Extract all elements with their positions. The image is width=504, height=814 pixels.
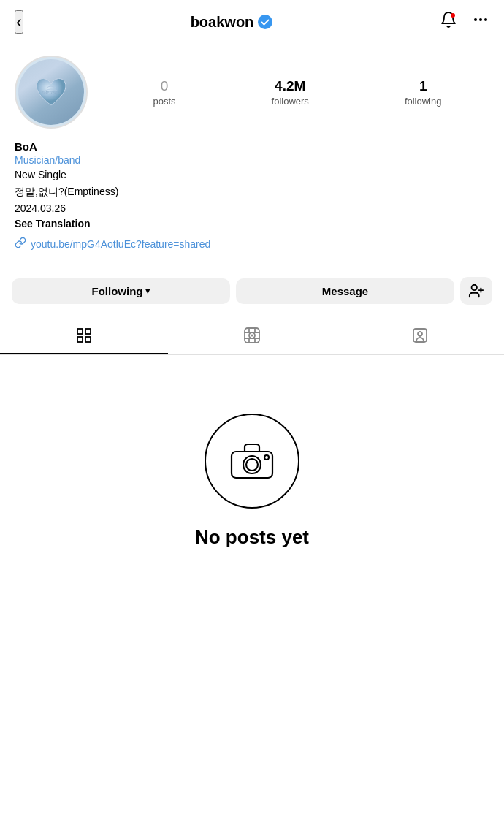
- followers-count: 4.2M: [275, 78, 305, 94]
- tab-reels[interactable]: [168, 316, 336, 354]
- empty-state: No posts yet: [0, 355, 504, 578]
- svg-point-15: [251, 335, 253, 337]
- svg-point-4: [484, 18, 487, 21]
- tab-tagged[interactable]: [336, 316, 504, 354]
- chevron-down-icon: ▾: [145, 286, 150, 296]
- profile-name: BoA: [15, 140, 489, 153]
- profile-link[interactable]: youtu.be/mpG4AotluEc?feature=shared: [15, 237, 489, 251]
- posts-count: 0: [161, 78, 169, 94]
- svg-point-3: [479, 18, 482, 21]
- svg-rect-22: [413, 329, 427, 342]
- message-label: Message: [322, 285, 368, 297]
- svg-rect-10: [85, 329, 91, 334]
- reels-icon: [243, 327, 261, 344]
- grid-icon: [75, 327, 93, 344]
- svg-rect-11: [77, 337, 83, 342]
- posts-stat[interactable]: 0 posts: [153, 78, 176, 107]
- svg-point-23: [418, 332, 422, 336]
- link-text: youtu.be/mpG4AotluEc?feature=shared: [31, 238, 210, 250]
- see-translation[interactable]: See Translation: [15, 218, 489, 229]
- header-center: boakwon: [191, 14, 273, 31]
- link-icon: [15, 237, 26, 251]
- add-person-icon: [468, 283, 484, 299]
- following-stat[interactable]: 1 following: [405, 78, 442, 107]
- avatar-art: EMPTINESS: [18, 59, 84, 125]
- more-options-button[interactable]: [472, 11, 489, 33]
- no-posts-text: No posts yet: [195, 526, 309, 549]
- message-button[interactable]: Message: [236, 278, 454, 304]
- profile-category[interactable]: Musician/band: [15, 154, 489, 166]
- following-label: following: [405, 96, 442, 107]
- following-count: 1: [419, 78, 427, 94]
- header-icons: [440, 11, 489, 33]
- bio-line-1: New Single: [15, 167, 489, 183]
- avatar[interactable]: EMPTINESS: [15, 56, 88, 129]
- posts-label: posts: [153, 96, 176, 107]
- username: boakwon: [191, 14, 254, 31]
- notification-button[interactable]: [440, 11, 457, 33]
- bio-section: BoA Musician/band New Single 정말,없니?(Empt…: [15, 140, 489, 229]
- tabs-row: [0, 316, 504, 355]
- bell-icon: [440, 11, 457, 28]
- profile-top: EMPTINESS 0 posts 4.2M followers 1 follo…: [15, 56, 489, 129]
- verified-badge-icon: [258, 15, 272, 29]
- svg-point-0: [258, 15, 272, 29]
- camera-icon: [229, 441, 275, 481]
- heart-album-icon: EMPTINESS: [31, 72, 72, 113]
- svg-rect-12: [85, 337, 91, 342]
- following-label: Following: [92, 285, 143, 297]
- more-icon: [472, 11, 489, 28]
- profile-section: EMPTINESS 0 posts 4.2M followers 1 follo…: [0, 44, 504, 267]
- following-button[interactable]: Following ▾: [12, 278, 230, 304]
- back-button[interactable]: ‹: [15, 10, 23, 34]
- stats-row: 0 posts 4.2M followers 1 following: [105, 78, 489, 107]
- svg-rect-9: [77, 329, 83, 334]
- followers-label: followers: [272, 96, 309, 107]
- action-buttons: Following ▾ Message: [0, 267, 504, 311]
- tagged-icon: [411, 327, 429, 344]
- camera-circle: [205, 414, 299, 509]
- tab-grid[interactable]: [0, 316, 168, 354]
- svg-text:EMPTINESS: EMPTINESS: [41, 91, 61, 94]
- bio-line-3: 2024.03.26: [15, 201, 489, 216]
- add-person-button[interactable]: [460, 277, 492, 305]
- header: ‹ boakwon: [0, 0, 504, 44]
- svg-point-1: [451, 13, 455, 18]
- svg-point-6: [472, 285, 477, 290]
- svg-point-26: [246, 459, 258, 471]
- svg-point-27: [264, 455, 269, 460]
- bio-line-2: 정말,없니?(Emptiness): [15, 184, 489, 199]
- followers-stat[interactable]: 4.2M followers: [272, 78, 309, 107]
- svg-point-2: [474, 18, 477, 21]
